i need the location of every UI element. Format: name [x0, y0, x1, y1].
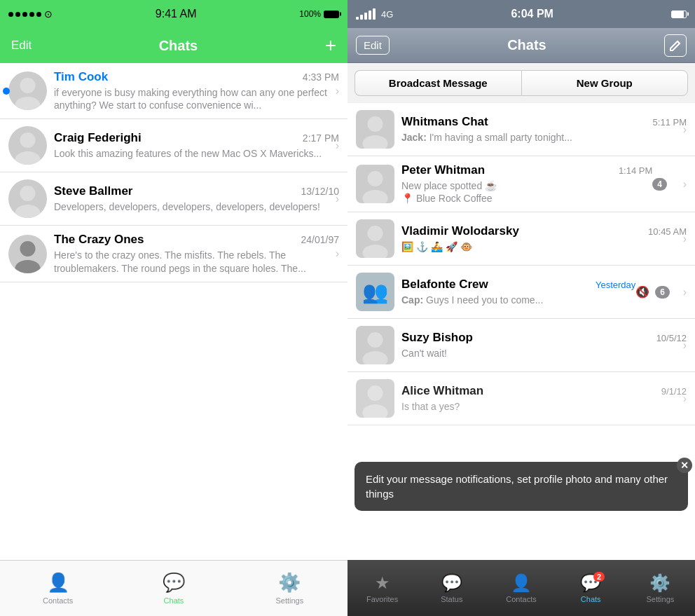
chevron-icon: › — [683, 178, 687, 191]
chevron-icon: › — [683, 233, 687, 245]
dot5 — [36, 12, 41, 17]
chevron-icon: › — [336, 85, 339, 97]
chevron-icon: › — [336, 247, 339, 260]
chat-preview-belafonte: Cap: Guys I need you to come... — [401, 294, 635, 306]
tab-contacts-label: Contacts — [43, 596, 73, 605]
chat-preview-suzy: Can't wait! — [401, 347, 687, 360]
chat-preview-alice: Is that a yes? — [401, 400, 687, 413]
left-add-button[interactable]: + — [325, 36, 336, 55]
svg-point-11 — [363, 190, 388, 203]
chat-time-tim-cook: 4:33 PM — [303, 71, 339, 83]
svg-point-5 — [15, 205, 41, 218]
chat-time-whitmans: 5:11 PM — [653, 117, 687, 128]
avatar-tim-cook — [8, 71, 47, 110]
svg-point-16 — [368, 385, 383, 401]
tab-status[interactable]: 💬 Status — [417, 573, 486, 603]
svg-point-10 — [368, 171, 383, 186]
chat-preview-whitmans: Jack: I'm having a small party tonight..… — [401, 131, 687, 144]
avatar-whitmans — [356, 110, 394, 149]
tab-chats[interactable]: 💬 Chats — [116, 572, 231, 605]
chat-info-belafonte: Belafonte Crew Yesterday Cap: Guys I nee… — [401, 278, 635, 306]
left-status-bar: ⊙ 9:41 AM 100% — [0, 0, 348, 28]
left-chat-list: Tim Cook 4:33 PM if everyone is busy mak… — [0, 63, 348, 560]
chat-item-craig[interactable]: Craig Federighi 2:17 PM Look this amazin… — [0, 119, 348, 172]
chat-item-whitmans[interactable]: Whitmans Chat 5:11 PM Jack: I'm having a… — [348, 103, 695, 156]
svg-point-13 — [363, 245, 388, 258]
left-edit-button[interactable]: Edit — [11, 39, 32, 53]
tab-contacts-right-label: Contacts — [506, 595, 536, 603]
tab-settings[interactable]: ⚙️ Settings — [232, 572, 348, 605]
chat-info-crazy-ones: The Crazy Ones 24/01/97 Here's to the cr… — [54, 233, 339, 274]
svg-point-2 — [20, 132, 36, 148]
status-icon: 💬 — [441, 573, 462, 593]
chat-item-vladimir[interactable]: Vladimir Wolodarsky 10:45 AM 🖼️ ⚓ 🚣 🚀 🐵 … — [348, 212, 695, 266]
chat-item-peter[interactable]: Peter Whitman 1:14 PM New place spotted … — [348, 156, 695, 212]
tooltip-text: Edit your message notifications, set pro… — [366, 473, 668, 500]
right-edit-button[interactable]: Edit — [356, 36, 390, 55]
chevron-icon: › — [683, 123, 687, 136]
tab-settings-right[interactable]: ⚙️ Settings — [626, 573, 695, 603]
left-title: Chats — [159, 38, 198, 54]
chevron-icon: › — [683, 286, 687, 299]
chat-info-peter: Peter Whitman 1:14 PM New place spotted … — [401, 163, 652, 205]
chat-item-alice[interactable]: Alice Whitman 9/1/12 Is that a yes? › — [348, 372, 695, 425]
svg-point-9 — [363, 135, 388, 149]
avatar-crazy-ones — [8, 235, 47, 273]
chat-info-vladimir: Vladimir Wolodarsky 10:45 AM 🖼️ ⚓ 🚣 🚀 🐵 — [401, 224, 687, 253]
left-battery: 100% — [299, 9, 339, 19]
svg-point-7 — [15, 260, 41, 273]
chat-time-steve-ballmer: 13/12/10 — [301, 186, 340, 197]
chats-badge: 2 — [593, 572, 605, 582]
signal-bar-3 — [364, 13, 367, 20]
svg-point-1 — [15, 97, 41, 110]
chat-item-suzy[interactable]: Suzy Bishop 10/5/12 Can't wait! › — [348, 319, 695, 372]
svg-point-12 — [368, 226, 383, 241]
chat-info-alice: Alice Whitman 9/1/12 Is that a yes? — [401, 384, 687, 413]
right-title: Chats — [507, 37, 546, 53]
chevron-icon: › — [336, 193, 339, 205]
tab-chats-right[interactable]: 💬 Chats 2 — [556, 573, 626, 603]
avatar-belafonte: 👥 — [356, 273, 394, 311]
tooltip-close-button[interactable]: ✕ — [677, 458, 692, 473]
new-group-button[interactable]: New Group — [521, 70, 689, 96]
battery-icon — [324, 11, 339, 18]
chat-time-craig: 2:17 PM — [303, 132, 339, 144]
svg-point-14 — [368, 332, 383, 348]
tab-contacts[interactable]: 👤 Contacts — [0, 572, 116, 605]
chat-name-suzy: Suzy Bishop — [401, 331, 473, 345]
svg-point-6 — [20, 241, 36, 256]
compose-button[interactable] — [664, 34, 687, 57]
tab-chats-right-label: Chats — [581, 595, 601, 603]
dot2 — [15, 12, 20, 17]
dot1 — [8, 12, 13, 17]
chat-preview-peter: New place spotted ☕📍 Blue Rock Coffee — [401, 179, 652, 205]
chat-item-tim-cook[interactable]: Tim Cook 4:33 PM if everyone is busy mak… — [0, 63, 348, 119]
chat-time-crazy-ones: 24/01/97 — [301, 234, 340, 245]
right-battery — [671, 11, 687, 18]
chat-name-peter: Peter Whitman — [401, 163, 485, 177]
signal-bars — [356, 8, 376, 20]
chat-item-steve-ballmer[interactable]: Steve Ballmer 13/12/10 Developers, devel… — [0, 172, 348, 226]
avatar-suzy — [356, 326, 394, 364]
chat-preview-steve-ballmer: Developers, developers, developers, deve… — [54, 200, 339, 213]
contacts-icon-right: 👤 — [511, 573, 532, 593]
tab-chats-label: Chats — [164, 596, 184, 605]
right-nav: Edit Chats — [348, 28, 695, 63]
chat-item-crazy-ones[interactable]: The Crazy Ones 24/01/97 Here's to the cr… — [0, 226, 348, 282]
tab-contacts-right[interactable]: 👤 Contacts — [486, 573, 556, 603]
chat-name-alice: Alice Whitman — [401, 384, 483, 398]
right-panel: 4G 6:04 PM Edit Chats Broadcast Message … — [348, 0, 695, 616]
broadcast-message-button[interactable]: Broadcast Message — [355, 70, 521, 96]
chat-info-suzy: Suzy Bishop 10/5/12 Can't wait! — [401, 331, 687, 360]
chat-name-belafonte: Belafonte Crew — [401, 278, 488, 292]
right-time: 6:04 PM — [511, 8, 553, 20]
settings-icon-right: ⚙️ — [649, 573, 670, 593]
tab-favorites[interactable]: ★ Favorites — [348, 573, 417, 603]
badge-peter: 4 — [652, 178, 667, 191]
chat-item-belafonte[interactable]: 👥 Belafonte Crew Yesterday Cap: Guys I n… — [348, 266, 695, 319]
chevron-icon: › — [683, 339, 687, 352]
left-nav: Edit Chats + — [0, 28, 348, 63]
chat-preview-crazy-ones: Here's to the crazy ones. The misfits. T… — [54, 249, 339, 274]
chat-time-suzy: 10/5/12 — [656, 333, 687, 343]
tab-favorites-label: Favorites — [366, 595, 398, 603]
